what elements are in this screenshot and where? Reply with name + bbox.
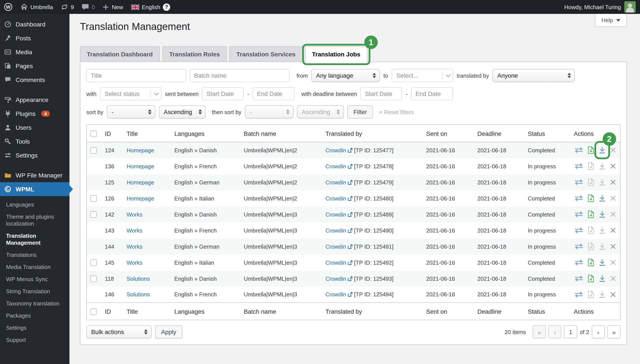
batch-name-filter-input[interactable] <box>190 69 290 82</box>
sidebar-item-settings[interactable]: Settings <box>0 148 70 162</box>
submenu-settings[interactable]: Settings <box>0 322 70 334</box>
sidebar-item-wpml[interactable]: WPML <box>0 182 70 196</box>
sync-status-icon[interactable] <box>574 257 583 268</box>
translator-link[interactable]: Crowdin <box>326 227 346 234</box>
row-checkbox[interactable] <box>90 147 97 154</box>
translator-link[interactable]: Crowdin <box>326 179 346 186</box>
language-switcher-menu[interactable]: English ? <box>127 0 174 14</box>
col-header-languages[interactable]: Languages <box>171 125 240 142</box>
download-xliff-icon[interactable] <box>587 290 594 300</box>
submenu-string-translation[interactable]: String Translation <box>0 286 70 298</box>
next-page-button[interactable]: › <box>592 326 605 338</box>
col-header-title[interactable]: Title <box>123 125 171 142</box>
download-xliff-icon[interactable] <box>587 177 594 188</box>
col-header-sent-on[interactable]: Sent on <box>423 125 474 142</box>
sidebar-item-tools[interactable]: Tools <box>0 134 70 148</box>
download-translation-icon[interactable] <box>598 161 606 171</box>
sidebar-item-plugins[interactable]: Plugins 4 <box>0 107 70 120</box>
sidebar-item-pages[interactable]: Pages <box>0 59 70 73</box>
cancel-job-icon[interactable] <box>610 290 616 300</box>
sidebar-item-wp-file-manager[interactable]: WP File Manager <box>0 168 70 182</box>
deadline-end-date-input[interactable] <box>411 87 453 100</box>
row-checkbox[interactable] <box>90 211 97 218</box>
reset-filters-link[interactable]: × Reset filters <box>379 109 414 115</box>
sync-status-icon[interactable] <box>574 193 583 204</box>
translator-link[interactable]: Crowdin <box>326 259 346 266</box>
sync-status-icon[interactable] <box>574 290 583 300</box>
col-header-id[interactable]: ID <box>101 125 123 142</box>
download-xliff-icon[interactable] <box>587 209 594 220</box>
sidebar-item-appearance[interactable]: Appearance <box>0 93 70 107</box>
new-content-menu[interactable]: New <box>99 0 127 14</box>
sync-status-icon[interactable] <box>574 161 583 171</box>
tab-translation-dashboard[interactable]: Translation Dashboard <box>80 46 160 62</box>
submenu-support[interactable]: Support <box>0 334 70 346</box>
sync-status-icon[interactable] <box>574 209 583 220</box>
job-title-link[interactable]: Solutions <box>127 275 150 282</box>
col-header-deadline[interactable]: Deadline <box>474 125 524 142</box>
translator-link[interactable]: Crowdin <box>326 211 346 218</box>
translator-link[interactable]: Crowdin <box>326 147 346 154</box>
filter-button[interactable]: Filter <box>347 106 373 118</box>
submenu-translations[interactable]: Translations <box>0 249 70 261</box>
sync-status-icon[interactable] <box>574 273 583 284</box>
updates-menu[interactable]: 9 <box>57 0 78 14</box>
cancel-job-icon[interactable] <box>610 241 616 252</box>
download-translation-icon[interactable] <box>598 257 606 268</box>
submenu-media-translation[interactable]: Media Translation <box>0 261 70 273</box>
translator-link[interactable]: Crowdin <box>326 243 346 250</box>
howdy-text[interactable]: Howdy, Michael Turing <box>564 4 621 10</box>
status-select[interactable]: Select status <box>100 87 162 100</box>
current-page-input[interactable] <box>564 326 577 338</box>
sort-by-select[interactable]: - <box>107 106 155 118</box>
download-xliff-icon[interactable] <box>587 193 594 204</box>
select-all-checkbox[interactable] <box>90 130 97 137</box>
submenu-wp-menus-sync[interactable]: WP Menus Sync <box>0 273 70 286</box>
download-translation-icon[interactable] <box>598 209 606 220</box>
cancel-job-icon[interactable] <box>610 273 616 284</box>
sync-status-icon[interactable] <box>574 177 583 188</box>
first-page-button[interactable]: « <box>533 326 546 338</box>
download-xliff-icon[interactable] <box>587 225 594 236</box>
download-translation-icon[interactable] <box>598 225 606 236</box>
bulk-actions-select[interactable]: Bulk actions <box>86 326 152 338</box>
translated-by-select[interactable]: Anyone <box>493 69 575 82</box>
job-title-link[interactable]: Works <box>127 211 142 218</box>
sync-status-icon[interactable] <box>574 145 583 156</box>
cancel-job-icon[interactable] <box>610 193 616 204</box>
cancel-job-icon[interactable] <box>610 209 616 220</box>
download-translation-icon[interactable] <box>598 177 606 188</box>
download-translation-icon[interactable] <box>598 193 606 204</box>
then-sort-order-select[interactable]: Ascending <box>297 106 344 118</box>
select-all-checkbox-bottom[interactable] <box>90 308 97 315</box>
to-language-select[interactable]: Select... <box>392 69 453 82</box>
help-question-icon[interactable]: ? <box>163 3 170 11</box>
user-avatar[interactable] <box>624 1 636 12</box>
download-xliff-icon[interactable] <box>587 161 594 171</box>
sort-order-select[interactable]: Ascending <box>159 106 206 118</box>
download-xliff-icon[interactable] <box>587 241 594 252</box>
job-title-link[interactable]: Solutions <box>127 291 150 298</box>
job-title-link[interactable]: Works <box>127 227 142 234</box>
download-xliff-icon[interactable] <box>587 257 594 268</box>
submenu-theme-plugins-localization[interactable]: Theme and plugins localization <box>0 211 70 230</box>
tab-translation-jobs[interactable]: Translation Jobs <box>305 46 367 62</box>
sync-status-icon[interactable] <box>574 225 583 236</box>
wordpress-logo-menu[interactable]: W <box>0 0 17 14</box>
row-checkbox[interactable] <box>90 276 97 282</box>
deadline-start-date-input[interactable] <box>361 87 402 100</box>
cancel-job-icon[interactable] <box>610 177 616 188</box>
last-page-button[interactable]: » <box>607 326 620 338</box>
col-header-batch-name[interactable]: Batch name <box>240 125 322 142</box>
download-translation-icon[interactable]: 2 <box>598 145 606 156</box>
apply-button[interactable]: Apply <box>155 326 182 338</box>
submenu-languages[interactable]: Languages <box>0 199 70 211</box>
sidebar-item-users[interactable]: Users <box>0 120 70 134</box>
tab-translation-roles[interactable]: Translation Roles <box>162 46 227 62</box>
job-title-link[interactable]: Homepage <box>127 179 154 186</box>
download-translation-icon[interactable] <box>598 241 606 252</box>
sent-end-date-input[interactable] <box>253 87 294 100</box>
title-filter-input[interactable] <box>86 69 186 82</box>
job-title-link[interactable]: Works <box>127 259 142 266</box>
cancel-job-icon[interactable] <box>610 145 616 156</box>
